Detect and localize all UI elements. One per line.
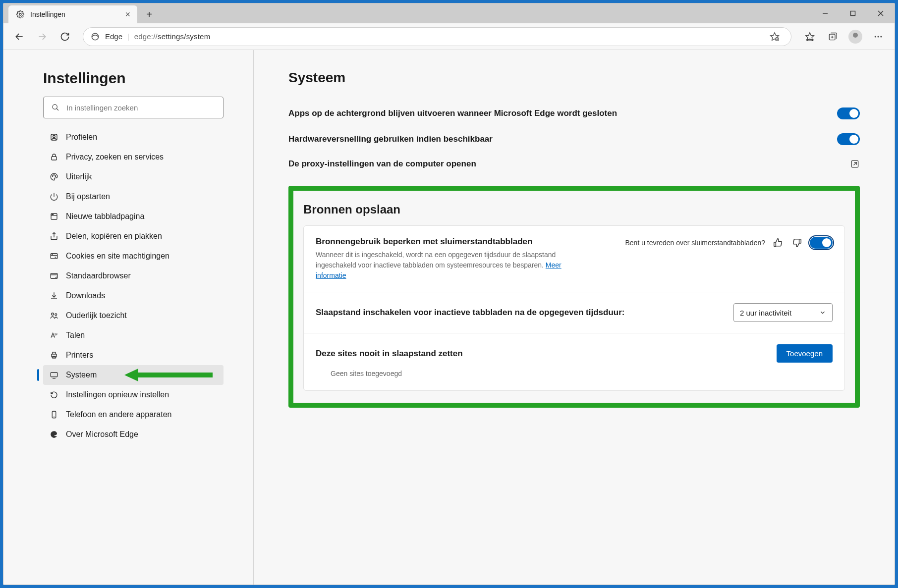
sidebar-item-label: Downloads [66, 291, 105, 300]
setting-label: Hardwareversnelling gebruiken indien bes… [288, 134, 493, 144]
sidebar-item-label: Talen [66, 331, 85, 340]
browser-tab-settings[interactable]: Instellingen × [8, 5, 137, 23]
close-window-button[interactable] [867, 3, 895, 23]
resources-card: Bronnengebruik beperken met sluimerstand… [303, 225, 845, 391]
sidebar-item-devices[interactable]: Telefoon en andere apparaten [43, 405, 224, 425]
power-icon [49, 192, 59, 202]
tab-title: Instellingen [30, 10, 65, 18]
sidebar-item-label: Standaardbrowser [66, 271, 131, 280]
sidebar-item-privacy[interactable]: Privacy, zoeken en services [43, 147, 224, 167]
page-icon [49, 212, 59, 221]
profile-icon [49, 132, 59, 142]
setting-proxy[interactable]: De proxy-instellingen van de computer op… [288, 152, 860, 176]
cookie-icon [49, 251, 59, 261]
svg-rect-25 [52, 157, 57, 160]
svg-point-19 [878, 36, 879, 37]
sidebar-item-family[interactable]: Ouderlijk toezicht [43, 306, 224, 325]
sidebar-item-label: Telefoon en andere apparaten [66, 410, 172, 419]
setting-sleeping-tabs: Bronnengebruik beperken met sluimerstand… [304, 226, 844, 292]
svg-point-24 [53, 135, 56, 138]
setting-label: Apps op de achtergrond blijven uitvoeren… [288, 108, 617, 118]
setting-background-apps: Apps op de achtergrond blijven uitvoeren… [288, 101, 860, 126]
window-controls [811, 3, 895, 23]
chevron-down-icon [819, 309, 826, 316]
setting-description: Wanneer dit is ingeschakeld, wordt na ee… [316, 250, 573, 281]
settings-search[interactable] [43, 97, 224, 118]
svg-point-33 [53, 214, 54, 214]
favorites-icon[interactable] [800, 27, 819, 46]
new-tab-button[interactable]: + [140, 5, 158, 23]
setting-sleep-timeout: Slaapstand inschakelen voor inactieve ta… [304, 292, 844, 333]
sidebar-item-cookies[interactable]: Cookies en site machtigingen [43, 246, 224, 266]
lock-icon [49, 152, 59, 162]
svg-point-43 [52, 313, 54, 316]
content-area: Instellingen Profielen Privacy, zoeken e… [3, 50, 895, 585]
palette-icon [49, 172, 59, 182]
svg-point-44 [55, 314, 57, 316]
settings-main: Systeem Apps op de achtergrond blijven u… [254, 50, 895, 585]
setting-label: Bronnengebruik beperken met sluimerstand… [316, 237, 615, 247]
sidebar-item-downloads[interactable]: Downloads [43, 286, 224, 306]
add-site-button[interactable]: Toevoegen [777, 344, 833, 363]
sidebar-item-label: Privacy, zoeken en services [66, 153, 164, 161]
external-link-icon [850, 159, 860, 169]
sidebar-item-appearance[interactable]: Uiterlijk [43, 167, 224, 187]
browser-icon [49, 271, 59, 281]
sidebar-item-profiles[interactable]: Profielen [43, 127, 224, 147]
sidebar-item-default-browser[interactable]: Standaardbrowser [43, 266, 224, 286]
toggle-sleeping-tabs[interactable] [810, 237, 833, 249]
toggle-background-apps[interactable] [837, 107, 860, 119]
favorite-star-icon[interactable] [765, 27, 784, 46]
sidebar-item-label: Instellingen opnieuw instellen [66, 390, 169, 399]
sidebar-item-label: Bij opstarten [66, 192, 110, 201]
back-button[interactable] [10, 28, 28, 46]
gear-icon [15, 9, 25, 19]
sidebar-item-about[interactable]: Over Microsoft Edge [43, 425, 224, 444]
svg-marker-52 [124, 369, 213, 381]
thumbs-up-icon[interactable] [772, 237, 784, 249]
svg-line-22 [56, 108, 58, 110]
share-icon [49, 231, 59, 241]
settings-search-input[interactable] [66, 104, 216, 112]
toggle-hw-accel[interactable] [837, 133, 860, 145]
sidebar-item-label: Systeem [66, 371, 97, 379]
address-bar[interactable]: Edge | edge://settings/system [83, 27, 791, 46]
thumbs-down-icon[interactable] [791, 237, 803, 249]
phone-icon [49, 410, 59, 420]
close-tab-icon[interactable]: × [125, 9, 130, 20]
sidebar-item-system[interactable]: Systeem [43, 365, 224, 385]
reset-icon [49, 390, 59, 400]
profile-avatar[interactable] [846, 27, 865, 46]
sidebar-item-startup[interactable]: Bij opstarten [43, 187, 224, 207]
settings-sidebar: Instellingen Profielen Privacy, zoeken e… [3, 50, 254, 585]
titlebar: Instellingen × + [3, 3, 895, 23]
setting-label: Slaapstand inschakelen voor inactieve ta… [316, 308, 625, 318]
svg-point-27 [54, 175, 55, 176]
more-menu-icon[interactable] [869, 27, 888, 46]
sidebar-item-languages[interactable]: 字Talen [43, 325, 224, 345]
address-divider: | [127, 33, 129, 41]
svg-point-32 [52, 214, 53, 214]
setting-hw-accel: Hardwareversnelling gebruiken indien bes… [288, 126, 860, 152]
feedback-group: Bent u tevreden over sluimerstandtabblad… [625, 237, 833, 249]
setting-never-sleep: Deze sites nooit in slaapstand zetten To… [304, 333, 844, 390]
annotation-arrow-icon [124, 368, 214, 382]
sidebar-heading: Instellingen [43, 70, 224, 87]
sidebar-item-newtab[interactable]: Nieuwe tabbladpagina [43, 207, 224, 226]
minimize-button[interactable] [811, 3, 839, 23]
svg-point-18 [875, 36, 876, 37]
sidebar-item-reset[interactable]: Instellingen opnieuw instellen [43, 385, 224, 405]
download-icon [49, 291, 59, 301]
sidebar-item-label: Ouderlijk toezicht [66, 311, 127, 320]
refresh-button[interactable] [56, 28, 74, 46]
sleep-timeout-select[interactable]: 2 uur inactiviteit [733, 303, 833, 322]
maximize-button[interactable] [839, 3, 867, 23]
collections-icon[interactable] [823, 27, 842, 46]
forward-button[interactable] [33, 28, 51, 46]
family-icon [49, 311, 59, 321]
svg-text:字: 字 [55, 332, 57, 336]
sidebar-item-printers[interactable]: Printers [43, 345, 224, 365]
address-url: edge://settings/system [134, 32, 760, 41]
sidebar-item-share[interactable]: Delen, kopiëren en plakken [43, 226, 224, 246]
svg-point-0 [19, 13, 21, 15]
